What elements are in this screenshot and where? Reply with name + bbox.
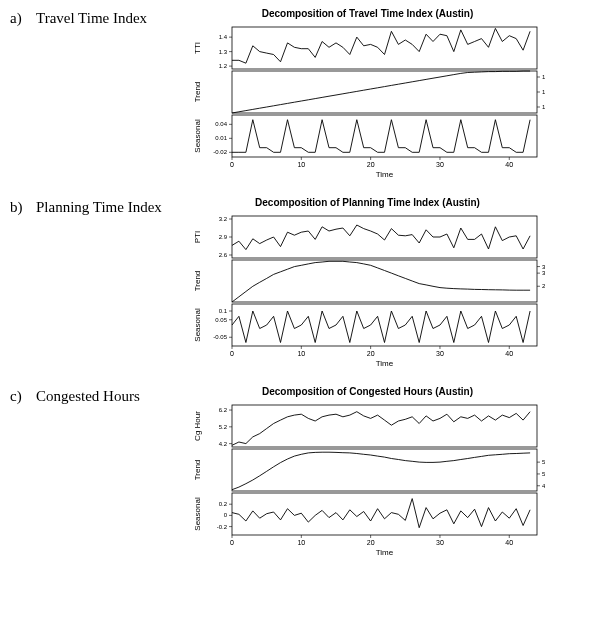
svg-text:0.1: 0.1 — [219, 308, 228, 314]
svg-text:30: 30 — [436, 350, 444, 357]
decomposition-plot-cg: 4.25.26.2Cg Hour4.65.055.5Trend-0.200.2S… — [190, 401, 545, 557]
svg-text:30: 30 — [436, 161, 444, 168]
svg-text:6.2: 6.2 — [219, 407, 228, 413]
svg-text:10: 10 — [297, 539, 305, 546]
chart-container-tti: Decomposition of Travel Time Index (Aust… — [190, 8, 545, 179]
svg-text:3.2: 3.2 — [219, 216, 228, 222]
section-title: Congested Hours — [36, 388, 140, 405]
svg-text:1.35: 1.35 — [542, 89, 545, 95]
svg-rect-8 — [232, 71, 537, 113]
svg-rect-0 — [232, 27, 537, 69]
svg-text:PTI: PTI — [193, 231, 202, 243]
svg-rect-43 — [232, 260, 537, 302]
section-label-b: b)Planning Time Index — [10, 197, 190, 216]
chart-title: Decomposition of Planning Time Index (Au… — [190, 197, 545, 208]
svg-text:40: 40 — [505, 161, 513, 168]
svg-text:10: 10 — [297, 161, 305, 168]
svg-text:0: 0 — [230, 161, 234, 168]
svg-text:30: 30 — [436, 539, 444, 546]
section-label-c: c)Congested Hours — [10, 386, 190, 405]
svg-text:0.04: 0.04 — [215, 121, 227, 127]
svg-text:40: 40 — [505, 350, 513, 357]
svg-text:Trend: Trend — [193, 271, 202, 292]
svg-text:1.3: 1.3 — [542, 104, 545, 110]
svg-text:3.05: 3.05 — [542, 264, 545, 270]
svg-text:5.2: 5.2 — [219, 424, 228, 430]
svg-rect-51 — [232, 304, 537, 346]
section-b: b)Planning Time IndexDecomposition of Pl… — [10, 197, 590, 368]
section-c: c)Congested HoursDecomposition of Conges… — [10, 386, 590, 557]
svg-text:20: 20 — [367, 539, 375, 546]
svg-text:Seasonal: Seasonal — [193, 497, 202, 531]
svg-text:20: 20 — [367, 161, 375, 168]
chart-title: Decomposition of Congested Hours (Austin… — [190, 386, 545, 397]
chart-svg-wrap: 4.25.26.2Cg Hour4.65.055.5Trend-0.200.2S… — [190, 401, 545, 557]
chart-title: Decomposition of Travel Time Index (Aust… — [190, 8, 545, 19]
svg-text:5.05: 5.05 — [542, 471, 545, 477]
svg-text:Time: Time — [376, 548, 394, 557]
section-title: Travel Time Index — [36, 10, 147, 27]
chart-container-pti: Decomposition of Planning Time Index (Au… — [190, 197, 545, 368]
svg-text:0.05: 0.05 — [215, 317, 227, 323]
chart-svg-wrap: 1.21.31.4TTI1.31.351.4Trend-0.020.010.04… — [190, 23, 545, 179]
svg-rect-35 — [232, 216, 537, 258]
svg-text:3: 3 — [542, 270, 545, 276]
section-title: Planning Time Index — [36, 199, 162, 216]
svg-text:2.9: 2.9 — [219, 234, 228, 240]
svg-text:40: 40 — [505, 539, 513, 546]
svg-text:-0.2: -0.2 — [217, 524, 228, 530]
svg-text:Time: Time — [376, 359, 394, 368]
svg-text:Seasonal: Seasonal — [193, 119, 202, 153]
section-index: c) — [10, 388, 28, 405]
svg-rect-70 — [232, 405, 537, 447]
svg-text:Trend: Trend — [193, 460, 202, 481]
svg-text:1.4: 1.4 — [542, 74, 545, 80]
svg-text:1.2: 1.2 — [219, 63, 228, 69]
svg-text:4.2: 4.2 — [219, 441, 228, 447]
svg-text:0.2: 0.2 — [219, 501, 228, 507]
svg-text:Time: Time — [376, 170, 394, 179]
section-a: a)Travel Time IndexDecomposition of Trav… — [10, 8, 590, 179]
svg-text:-0.05: -0.05 — [213, 334, 227, 340]
svg-text:0.01: 0.01 — [215, 135, 227, 141]
svg-text:-0.02: -0.02 — [213, 149, 227, 155]
svg-text:0: 0 — [224, 512, 228, 518]
svg-text:10: 10 — [297, 350, 305, 357]
svg-text:Cg Hour: Cg Hour — [193, 411, 202, 441]
svg-text:Trend: Trend — [193, 82, 202, 103]
svg-text:0: 0 — [230, 539, 234, 546]
decomposition-plot-pti: 2.62.93.2PTI2.933.05Trend-0.050.050.1Sea… — [190, 212, 545, 368]
svg-text:2.9: 2.9 — [542, 283, 545, 289]
svg-rect-86 — [232, 493, 537, 535]
section-index: b) — [10, 199, 28, 216]
chart-svg-wrap: 2.62.93.2PTI2.933.05Trend-0.050.050.1Sea… — [190, 212, 545, 368]
section-index: a) — [10, 10, 28, 27]
svg-text:0: 0 — [230, 350, 234, 357]
section-label-a: a)Travel Time Index — [10, 8, 190, 27]
svg-text:20: 20 — [367, 350, 375, 357]
svg-text:1.3: 1.3 — [219, 49, 228, 55]
svg-text:Seasonal: Seasonal — [193, 308, 202, 342]
svg-text:4.6: 4.6 — [542, 483, 545, 489]
chart-container-cg: Decomposition of Congested Hours (Austin… — [190, 386, 545, 557]
svg-text:1.4: 1.4 — [219, 34, 228, 40]
svg-text:5.5: 5.5 — [542, 459, 545, 465]
svg-text:TTI: TTI — [193, 42, 202, 54]
svg-text:2.6: 2.6 — [219, 252, 228, 258]
decomposition-plot-tti: 1.21.31.4TTI1.31.351.4Trend-0.020.010.04… — [190, 23, 545, 179]
